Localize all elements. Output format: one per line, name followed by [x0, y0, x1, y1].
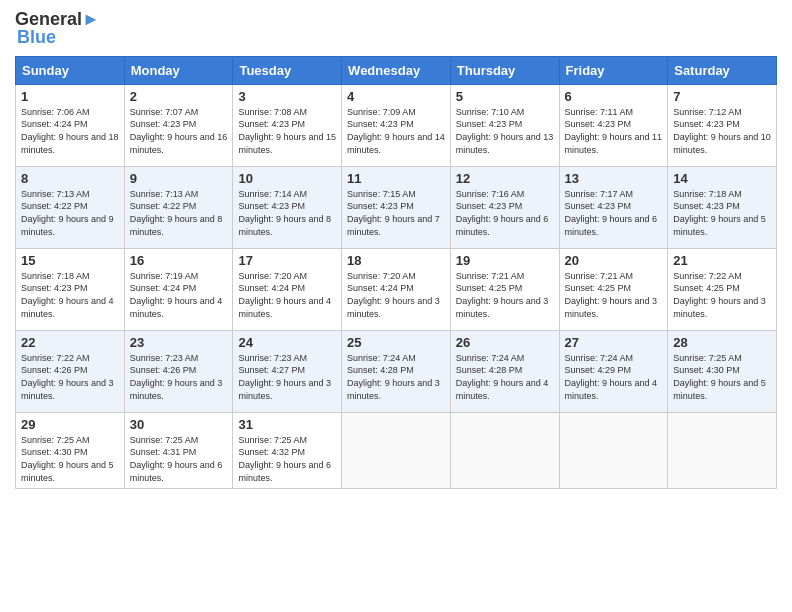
- day-info: Sunrise: 7:25 AM Sunset: 4:31 PM Dayligh…: [130, 434, 228, 484]
- calendar-cell: 10 Sunrise: 7:14 AM Sunset: 4:23 PM Dayl…: [233, 166, 342, 248]
- day-number: 27: [565, 335, 663, 350]
- calendar-cell: [342, 412, 451, 488]
- calendar-cell: 2 Sunrise: 7:07 AM Sunset: 4:23 PM Dayli…: [124, 84, 233, 166]
- calendar-cell: 6 Sunrise: 7:11 AM Sunset: 4:23 PM Dayli…: [559, 84, 668, 166]
- calendar-week-row: 15 Sunrise: 7:18 AM Sunset: 4:23 PM Dayl…: [16, 248, 777, 330]
- day-number: 28: [673, 335, 771, 350]
- calendar-cell: 27 Sunrise: 7:24 AM Sunset: 4:29 PM Dayl…: [559, 330, 668, 412]
- calendar-cell: 9 Sunrise: 7:13 AM Sunset: 4:22 PM Dayli…: [124, 166, 233, 248]
- day-number: 3: [238, 89, 336, 104]
- day-number: 4: [347, 89, 445, 104]
- calendar-cell: 7 Sunrise: 7:12 AM Sunset: 4:23 PM Dayli…: [668, 84, 777, 166]
- calendar-cell: 31 Sunrise: 7:25 AM Sunset: 4:32 PM Dayl…: [233, 412, 342, 488]
- day-info: Sunrise: 7:15 AM Sunset: 4:23 PM Dayligh…: [347, 188, 445, 238]
- day-info: Sunrise: 7:22 AM Sunset: 4:25 PM Dayligh…: [673, 270, 771, 320]
- day-number: 19: [456, 253, 554, 268]
- calendar-cell: 25 Sunrise: 7:24 AM Sunset: 4:28 PM Dayl…: [342, 330, 451, 412]
- day-number: 1: [21, 89, 119, 104]
- calendar-cell: 5 Sunrise: 7:10 AM Sunset: 4:23 PM Dayli…: [450, 84, 559, 166]
- calendar-cell: 1 Sunrise: 7:06 AM Sunset: 4:24 PM Dayli…: [16, 84, 125, 166]
- day-info: Sunrise: 7:14 AM Sunset: 4:23 PM Dayligh…: [238, 188, 336, 238]
- day-number: 7: [673, 89, 771, 104]
- calendar-cell: [668, 412, 777, 488]
- logo-blue: Blue: [17, 27, 56, 48]
- day-number: 26: [456, 335, 554, 350]
- day-number: 16: [130, 253, 228, 268]
- calendar-cell: 29 Sunrise: 7:25 AM Sunset: 4:30 PM Dayl…: [16, 412, 125, 488]
- day-number: 5: [456, 89, 554, 104]
- day-info: Sunrise: 7:17 AM Sunset: 4:23 PM Dayligh…: [565, 188, 663, 238]
- calendar-header-wednesday: Wednesday: [342, 56, 451, 84]
- calendar-cell: 4 Sunrise: 7:09 AM Sunset: 4:23 PM Dayli…: [342, 84, 451, 166]
- calendar-cell: 19 Sunrise: 7:21 AM Sunset: 4:25 PM Dayl…: [450, 248, 559, 330]
- day-info: Sunrise: 7:18 AM Sunset: 4:23 PM Dayligh…: [673, 188, 771, 238]
- day-number: 10: [238, 171, 336, 186]
- calendar-cell: 14 Sunrise: 7:18 AM Sunset: 4:23 PM Dayl…: [668, 166, 777, 248]
- calendar-cell: 8 Sunrise: 7:13 AM Sunset: 4:22 PM Dayli…: [16, 166, 125, 248]
- day-number: 2: [130, 89, 228, 104]
- day-number: 13: [565, 171, 663, 186]
- calendar-cell: 26 Sunrise: 7:24 AM Sunset: 4:28 PM Dayl…: [450, 330, 559, 412]
- day-info: Sunrise: 7:07 AM Sunset: 4:23 PM Dayligh…: [130, 106, 228, 156]
- calendar-header-friday: Friday: [559, 56, 668, 84]
- calendar-cell: 28 Sunrise: 7:25 AM Sunset: 4:30 PM Dayl…: [668, 330, 777, 412]
- calendar-cell: 11 Sunrise: 7:15 AM Sunset: 4:23 PM Dayl…: [342, 166, 451, 248]
- day-info: Sunrise: 7:24 AM Sunset: 4:28 PM Dayligh…: [347, 352, 445, 402]
- day-number: 25: [347, 335, 445, 350]
- day-info: Sunrise: 7:23 AM Sunset: 4:27 PM Dayligh…: [238, 352, 336, 402]
- day-number: 15: [21, 253, 119, 268]
- day-info: Sunrise: 7:12 AM Sunset: 4:23 PM Dayligh…: [673, 106, 771, 156]
- day-number: 23: [130, 335, 228, 350]
- day-info: Sunrise: 7:24 AM Sunset: 4:29 PM Dayligh…: [565, 352, 663, 402]
- day-info: Sunrise: 7:24 AM Sunset: 4:28 PM Dayligh…: [456, 352, 554, 402]
- calendar-cell: 18 Sunrise: 7:20 AM Sunset: 4:24 PM Dayl…: [342, 248, 451, 330]
- calendar-cell: 30 Sunrise: 7:25 AM Sunset: 4:31 PM Dayl…: [124, 412, 233, 488]
- day-number: 22: [21, 335, 119, 350]
- day-info: Sunrise: 7:09 AM Sunset: 4:23 PM Dayligh…: [347, 106, 445, 156]
- day-number: 9: [130, 171, 228, 186]
- day-number: 21: [673, 253, 771, 268]
- day-info: Sunrise: 7:25 AM Sunset: 4:30 PM Dayligh…: [21, 434, 119, 484]
- calendar-cell: 15 Sunrise: 7:18 AM Sunset: 4:23 PM Dayl…: [16, 248, 125, 330]
- day-info: Sunrise: 7:11 AM Sunset: 4:23 PM Dayligh…: [565, 106, 663, 156]
- day-info: Sunrise: 7:25 AM Sunset: 4:32 PM Dayligh…: [238, 434, 336, 484]
- day-info: Sunrise: 7:08 AM Sunset: 4:23 PM Dayligh…: [238, 106, 336, 156]
- calendar-header-tuesday: Tuesday: [233, 56, 342, 84]
- day-info: Sunrise: 7:20 AM Sunset: 4:24 PM Dayligh…: [347, 270, 445, 320]
- calendar-header-saturday: Saturday: [668, 56, 777, 84]
- day-number: 14: [673, 171, 771, 186]
- day-info: Sunrise: 7:21 AM Sunset: 4:25 PM Dayligh…: [456, 270, 554, 320]
- day-number: 6: [565, 89, 663, 104]
- day-number: 8: [21, 171, 119, 186]
- day-number: 18: [347, 253, 445, 268]
- calendar-table: SundayMondayTuesdayWednesdayThursdayFrid…: [15, 56, 777, 489]
- day-number: 29: [21, 417, 119, 432]
- day-info: Sunrise: 7:10 AM Sunset: 4:23 PM Dayligh…: [456, 106, 554, 156]
- calendar-cell: 23 Sunrise: 7:23 AM Sunset: 4:26 PM Dayl…: [124, 330, 233, 412]
- day-info: Sunrise: 7:19 AM Sunset: 4:24 PM Dayligh…: [130, 270, 228, 320]
- day-number: 30: [130, 417, 228, 432]
- logo: General► Blue: [15, 10, 100, 48]
- day-number: 20: [565, 253, 663, 268]
- day-number: 17: [238, 253, 336, 268]
- calendar-cell: 16 Sunrise: 7:19 AM Sunset: 4:24 PM Dayl…: [124, 248, 233, 330]
- day-info: Sunrise: 7:25 AM Sunset: 4:30 PM Dayligh…: [673, 352, 771, 402]
- calendar-cell: [450, 412, 559, 488]
- day-info: Sunrise: 7:13 AM Sunset: 4:22 PM Dayligh…: [21, 188, 119, 238]
- calendar-week-row: 8 Sunrise: 7:13 AM Sunset: 4:22 PM Dayli…: [16, 166, 777, 248]
- day-info: Sunrise: 7:06 AM Sunset: 4:24 PM Dayligh…: [21, 106, 119, 156]
- calendar-week-row: 29 Sunrise: 7:25 AM Sunset: 4:30 PM Dayl…: [16, 412, 777, 488]
- calendar-header-thursday: Thursday: [450, 56, 559, 84]
- calendar-cell: [559, 412, 668, 488]
- day-number: 31: [238, 417, 336, 432]
- calendar-page: General► Blue SundayMondayTuesdayWednesd…: [0, 0, 792, 612]
- calendar-cell: 12 Sunrise: 7:16 AM Sunset: 4:23 PM Dayl…: [450, 166, 559, 248]
- calendar-cell: 13 Sunrise: 7:17 AM Sunset: 4:23 PM Dayl…: [559, 166, 668, 248]
- calendar-week-row: 22 Sunrise: 7:22 AM Sunset: 4:26 PM Dayl…: [16, 330, 777, 412]
- day-info: Sunrise: 7:21 AM Sunset: 4:25 PM Dayligh…: [565, 270, 663, 320]
- calendar-header-sunday: Sunday: [16, 56, 125, 84]
- day-info: Sunrise: 7:16 AM Sunset: 4:23 PM Dayligh…: [456, 188, 554, 238]
- day-number: 24: [238, 335, 336, 350]
- day-info: Sunrise: 7:23 AM Sunset: 4:26 PM Dayligh…: [130, 352, 228, 402]
- calendar-week-row: 1 Sunrise: 7:06 AM Sunset: 4:24 PM Dayli…: [16, 84, 777, 166]
